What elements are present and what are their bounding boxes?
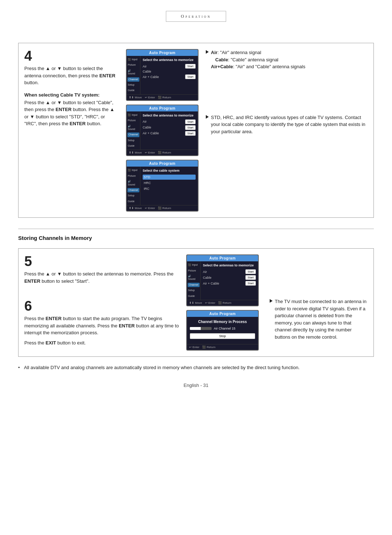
sidebar5-input: ⬛ Input <box>188 263 200 267</box>
tv-title-5: Auto Program <box>187 255 258 261</box>
step6-number: 6 <box>24 299 179 313</box>
tv-stop-btn[interactable]: Stop <box>190 333 255 339</box>
tv-screen-1: Auto Program ⬛ Input Picture 🔊 Sound Cha… <box>126 49 199 101</box>
tv5-row-air: Air Start <box>203 269 256 274</box>
tv-progress-bar-fill <box>190 327 201 330</box>
tv-ch-title: Channel Memory in Process <box>190 320 255 324</box>
tv-footer-5: ⬆⬇ Move ↩ Enter ⬛ Return <box>187 300 258 306</box>
step6-note: The TV must be connected to an antenna i… <box>270 254 368 343</box>
step6-text: Press the ENTER button to start the auto… <box>24 315 179 336</box>
step6-enter2: ENTER <box>119 323 135 328</box>
tv-row-airplus-1: Air + Cable Start <box>143 74 196 79</box>
step4-box: 4 Press the ▲ or ▼ button to select the … <box>18 43 374 218</box>
sidebar2-sound: 🔊 Sound <box>127 124 139 132</box>
storing-left: 5 Press the ▲ or ▼ button to select the … <box>24 254 179 349</box>
storing-heading: Storing Channels in Memory <box>18 235 374 241</box>
bullet-icon-step6 <box>270 299 273 303</box>
tv-sidebar-3: ⬛ Input Picture 🔊 Sound Channel Setup Gu… <box>127 167 140 205</box>
bottom-bullet: All available DTV and analog channels ar… <box>18 364 374 372</box>
sidebar3-setup: Setup <box>127 193 139 198</box>
tv-subtitle-5: Select the antennas to memorize <box>203 264 256 267</box>
tv-title-3: Auto Program <box>127 160 198 167</box>
step4-number: 4 <box>24 49 119 63</box>
sidebar2-channel: Channel <box>127 132 139 137</box>
tv-content-5: Select the antennas to memorize Air Star… <box>201 261 258 300</box>
step6-block: 6 Press the ENTER button to start the au… <box>24 299 179 346</box>
step5-number: 5 <box>24 254 179 268</box>
tv-screen-6: Auto Program Channel Memory in Process A… <box>186 310 259 351</box>
sidebar-setup: Setup <box>127 83 139 87</box>
tv-footer-1: ⬆⬇ Move ↩ Enter ⬛ Return <box>127 94 198 100</box>
sidebar5-channel: Channel <box>188 283 200 287</box>
step4-cable-text: Press the ▲ or ▼ button to select "Cable… <box>24 99 119 127</box>
step4-enter3: ENTER <box>70 121 86 126</box>
sidebar3-input: ⬛ Input <box>127 168 139 172</box>
tv-subtitle-1: Select the antennas to memorize <box>143 58 196 62</box>
note-air: Air: "Air" antenna signal Cable: "Cable"… <box>206 49 368 70</box>
step5-block: 5 Press the ▲ or ▼ button to select the … <box>24 254 179 285</box>
sidebar-picture: Picture <box>127 63 139 67</box>
sidebar5-picture: Picture <box>188 269 200 273</box>
step5-enter: ENTER <box>24 278 40 284</box>
storing-screens: Auto Program ⬛ Input Picture 🔊 Sound Cha… <box>186 254 262 351</box>
bullet-icon-std <box>206 115 209 119</box>
tv5-row-cable: Cable Start <box>203 275 256 280</box>
section-divider <box>18 229 374 229</box>
tv-row-air-1: Air Start <box>143 64 196 69</box>
sidebar3-channel: Channel <box>127 188 139 192</box>
tv-content-1: Select the antennas to memorize Air Star… <box>140 56 198 94</box>
step4-notes: Air: "Air" antenna signal Cable: "Cable"… <box>206 49 368 138</box>
tv-content-2: Select the antennas to memorize Air Star… <box>140 111 198 150</box>
sidebar3-guide: Guide <box>127 199 139 204</box>
tv-screen-3: Auto Program ⬛ Input Picture 🔊 Sound Cha… <box>126 160 199 212</box>
sidebar5-sound: 🔊 Sound <box>188 274 200 282</box>
tv-footer-6: ↩ Enter ⬛ Return <box>187 344 258 350</box>
tv-row-air-2: Air Start <box>143 119 196 124</box>
tv-title-1: Auto Program <box>127 50 198 56</box>
step6-exit-text: Press the EXIT button to exit. <box>24 340 179 346</box>
step4-left: 4 Press the ▲ or ▼ button to select the … <box>24 49 119 127</box>
tv-row-cable-2: Cable Start <box>143 125 196 130</box>
tv-content-3: Select the cable system STD HRC IRC <box>140 167 198 205</box>
tv-sidebar-2: ⬛ Input Picture 🔊 Sound Channel Setup Gu… <box>127 111 140 150</box>
step4-screens: Auto Program ⬛ Input Picture 🔊 Sound Cha… <box>126 49 199 212</box>
tv-progress-label: Air Channel 15 <box>214 327 236 330</box>
tv-cable-hrc: HRC <box>143 180 196 185</box>
tv-screen-5: Auto Program ⬛ Input Picture 🔊 Sound Cha… <box>186 254 259 306</box>
tv-channel-memory: Channel Memory in Process Air Channel 15… <box>187 317 258 344</box>
sidebar-sound: 🔊 Sound <box>127 69 139 76</box>
sidebar2-picture: Picture <box>127 118 139 123</box>
sidebar-input: ⬛ Input <box>127 57 139 62</box>
tv-progress-row: Air Channel 15 <box>190 327 255 330</box>
tv-cable-std: STD <box>143 175 196 180</box>
operation-header: Operation <box>166 11 226 22</box>
tv-subtitle-3: Select the cable system <box>143 169 196 172</box>
tv-title-2: Auto Program <box>127 105 198 111</box>
sidebar-channel: Channel <box>127 77 139 82</box>
sidebar5-setup: Setup <box>188 288 200 293</box>
tv-footer-2: ⬆⬇ Move ↩ Enter ⬛ Return <box>127 150 198 155</box>
page-number: English - 31 <box>18 383 374 388</box>
tv-title-6: Auto Program <box>187 311 258 317</box>
tv-progress-bar-bg <box>190 327 212 330</box>
sidebar-guide: Guide <box>127 88 139 93</box>
sidebar2-input: ⬛ Input <box>127 113 139 117</box>
tv-row-airplus-2: Air + Cable Start <box>143 131 196 136</box>
tv-footer-3: ⬆⬇ Move ↩ Enter ⬛ Return <box>127 205 198 211</box>
tv-row-cable-1: Cable <box>143 70 196 73</box>
sidebar3-sound: 🔊 Sound <box>127 179 139 187</box>
sidebar3-picture: Picture <box>127 174 139 178</box>
tv-sidebar-1: ⬛ Input Picture 🔊 Sound Channel Setup Gu… <box>127 56 140 94</box>
storing-box: 5 Press the ▲ or ▼ button to select the … <box>18 248 374 357</box>
sidebar5-guide: Guide <box>188 294 200 298</box>
step6-enter1: ENTER <box>46 316 62 321</box>
step4-when-label: When selecting Cable TV system: <box>24 92 119 98</box>
sidebar2-setup: Setup <box>127 138 139 143</box>
step6-note-row: The TV must be connected to an antenna i… <box>270 298 368 340</box>
tv-cable-irc: IRC <box>143 186 196 191</box>
tv-screen-2: Auto Program ⬛ Input Picture 🔊 Sound Cha… <box>126 105 199 156</box>
sidebar2-guide: Guide <box>127 144 139 148</box>
note-std: STD, HRC, and IRC identify various types… <box>206 114 368 135</box>
step4-enter1: ENTER <box>99 73 115 78</box>
step4-main-text: Press the ▲ or ▼ button to select the an… <box>24 65 119 86</box>
